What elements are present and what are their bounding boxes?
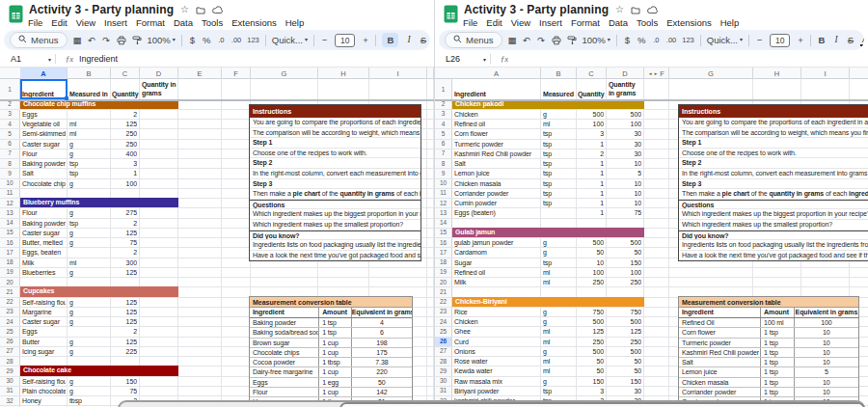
doc-title[interactable]: Activity 3 - Party planning <box>464 3 609 16</box>
cell[interactable]: 750 <box>608 308 641 316</box>
cell[interactable]: tsp <box>543 179 575 188</box>
cell[interactable]: 50 <box>578 357 604 366</box>
cell[interactable]: Ghee <box>454 327 539 336</box>
cell[interactable]: Self-raising flour <box>22 298 66 307</box>
cell[interactable]: tsp <box>543 140 575 149</box>
cell[interactable]: Milk <box>22 258 66 267</box>
row-header[interactable]: 8 <box>435 158 451 168</box>
row-header[interactable]: 27 <box>0 346 19 356</box>
sheets-logo-icon[interactable] <box>9 5 23 23</box>
cell[interactable]: Raw masala mix <box>454 377 539 386</box>
percent-format-button[interactable]: % <box>203 33 211 47</box>
cell[interactable]: 75 <box>608 208 641 217</box>
cell[interactable]: 2 <box>112 110 137 119</box>
row-header[interactable]: 19 <box>0 267 19 277</box>
cell[interactable]: 100 <box>578 120 604 128</box>
column-header[interactable]: C <box>111 68 140 79</box>
cell[interactable]: ml <box>69 129 109 138</box>
cell[interactable]: g <box>69 347 109 356</box>
cell[interactable]: g <box>69 308 109 316</box>
bold-button[interactable]: B <box>817 33 826 47</box>
column-header[interactable]: H <box>318 68 369 79</box>
column-header[interactable]: ◄ ►F <box>644 68 669 79</box>
menu-item-file[interactable]: File <box>463 17 477 28</box>
cell[interactable]: Measured in <box>69 90 109 98</box>
column-header[interactable]: I <box>801 68 850 79</box>
quick-actions-dropdown[interactable]: Quick...▾ <box>707 33 743 47</box>
cell[interactable]: Eggs (beaten) <box>454 208 539 217</box>
name-box[interactable]: A1▾ <box>0 54 51 64</box>
cell[interactable]: 750 <box>578 308 604 316</box>
row-header[interactable]: 6 <box>435 139 451 149</box>
row-header[interactable]: 16 <box>0 237 19 247</box>
paint-format-icon[interactable] <box>567 33 577 47</box>
instructions-box[interactable]: InstructionsYou are going to compare the… <box>249 104 421 261</box>
cell[interactable]: Chicken <box>454 317 539 326</box>
cell[interactable]: 1 <box>578 199 604 207</box>
cell[interactable]: 500 <box>578 110 604 119</box>
cell[interactable]: 400 <box>112 149 137 158</box>
increase-font-size-button[interactable]: + <box>361 33 369 47</box>
cell[interactable]: tsp <box>543 129 575 138</box>
cell[interactable]: 150 <box>112 377 137 386</box>
cell[interactable]: 2 <box>112 219 137 228</box>
row-header[interactable]: 16 <box>435 237 451 247</box>
row-header[interactable]: 25 <box>435 326 451 336</box>
section-banner[interactable]: Chicken-Biriyani <box>452 297 644 307</box>
row-header[interactable]: 26 <box>435 337 451 346</box>
row-header[interactable]: 29 <box>435 366 451 375</box>
cell[interactable]: ml <box>69 120 109 128</box>
row-header[interactable]: 28 <box>0 356 19 366</box>
menu-item-tools[interactable]: Tools <box>202 17 223 28</box>
cell[interactable]: Caster sugar <box>22 229 66 237</box>
row-header[interactable]: 1 <box>0 79 19 99</box>
cell[interactable]: Quantity in grams <box>142 81 176 98</box>
font-size-input[interactable]: 10 <box>770 34 790 47</box>
menu-item-help[interactable]: Help <box>285 17 305 28</box>
cell[interactable]: 1 <box>578 169 604 177</box>
cell[interactable]: 10 <box>578 258 604 267</box>
cell[interactable]: 50 <box>608 248 641 257</box>
name-box[interactable]: L26▾ <box>435 54 486 64</box>
cell[interactable]: ml <box>543 357 575 366</box>
cell[interactable]: Onions <box>454 347 539 356</box>
cell[interactable]: g <box>543 317 575 326</box>
section-banner[interactable]: Cupcakes <box>20 286 178 296</box>
undo-icon[interactable]: ↶ <box>523 33 531 47</box>
menus-search-button[interactable]: Menus <box>445 32 502 48</box>
row-header[interactable]: 18 <box>0 258 19 267</box>
increase-decimals-button[interactable]: .00 <box>666 33 676 47</box>
conversion-table[interactable]: Measurement conversion tableIngredientAm… <box>678 296 859 407</box>
redo-icon[interactable]: ↷ <box>102 33 111 47</box>
cell[interactable]: 3 <box>578 129 604 138</box>
cell[interactable]: 30 <box>608 129 641 138</box>
cell[interactable]: g <box>69 149 109 158</box>
print-icon[interactable] <box>552 33 561 47</box>
cell[interactable]: gulab jamun powder <box>454 238 539 247</box>
cell[interactable]: 30 <box>608 140 641 149</box>
row-header[interactable]: 4 <box>0 119 19 128</box>
cell[interactable]: ml <box>543 278 575 286</box>
cell[interactable]: tbsp <box>69 396 109 405</box>
row-header[interactable]: 26 <box>0 337 19 346</box>
cell[interactable]: 500 <box>608 110 641 119</box>
row-header[interactable]: 25 <box>0 326 19 336</box>
cell[interactable]: 250 <box>608 338 641 346</box>
cell[interactable]: Self-raising flour <box>22 377 66 386</box>
redo-icon[interactable]: ↷ <box>537 33 546 47</box>
menu-item-extensions[interactable]: Extensions <box>666 17 711 28</box>
cell[interactable]: Plain chocolate <box>22 387 66 395</box>
cell[interactable]: tsp <box>543 387 575 395</box>
decrease-font-size-button[interactable]: − <box>320 33 329 47</box>
cell[interactable]: 50 <box>608 357 641 366</box>
menu-item-format[interactable]: Format <box>136 17 165 28</box>
cell[interactable]: Eggs <box>22 110 66 119</box>
more-formats-button[interactable]: 123 <box>247 33 259 47</box>
menu-item-edit[interactable]: Edit <box>51 17 67 28</box>
unhide-column-arrows-icon[interactable]: ◄ ► <box>648 71 658 76</box>
row-header[interactable]: 30 <box>435 376 451 386</box>
cell[interactable]: 250 <box>112 129 137 138</box>
row-header[interactable]: 24 <box>0 316 19 326</box>
cell[interactable]: g <box>69 238 109 247</box>
cell[interactable]: 125 <box>112 268 137 277</box>
